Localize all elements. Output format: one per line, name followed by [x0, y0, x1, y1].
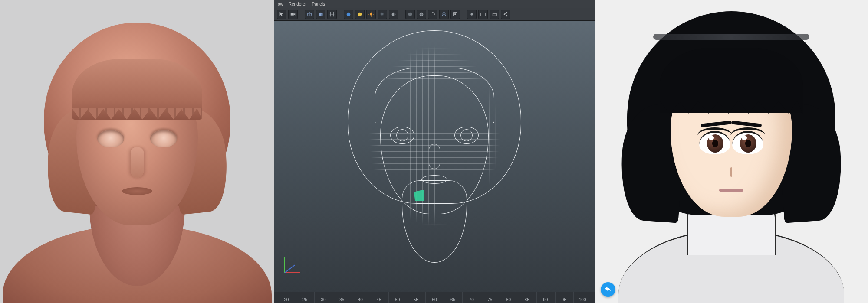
- timeline-tick[interactable]: 85: [518, 292, 536, 303]
- svg-point-11: [443, 13, 445, 15]
- textured-button[interactable]: [405, 10, 415, 19]
- timeline-tick[interactable]: 55: [407, 292, 424, 303]
- svg-point-9: [431, 13, 435, 16]
- svg-rect-0: [291, 13, 294, 15]
- timeline-tick[interactable]: 80: [500, 292, 517, 303]
- cel-uniform-collar: [618, 229, 844, 303]
- use-default-material-button[interactable]: [355, 10, 365, 19]
- cel-eye-left: [699, 131, 730, 154]
- shadows-button[interactable]: [378, 10, 387, 19]
- svg-rect-13: [454, 13, 456, 15]
- clay-eye-right: [150, 130, 177, 147]
- clay-mouth: [122, 187, 152, 195]
- timeline-tick[interactable]: 35: [333, 292, 351, 303]
- timeline-tick[interactable]: 60: [425, 292, 443, 303]
- svg-point-14: [470, 13, 473, 15]
- timeline-tick[interactable]: 65: [444, 292, 462, 303]
- share-view-button[interactable]: [501, 10, 510, 19]
- cel-eyebrow-right: [731, 121, 762, 127]
- time-slider[interactable]: 20 25 30 35 40 45 50 55 60 65 70 75 80 8…: [274, 292, 595, 303]
- clay-eye-left: [97, 130, 124, 147]
- wire-iris-right: [460, 129, 473, 141]
- svg-point-3: [370, 13, 372, 15]
- svg-point-5: [381, 15, 384, 16]
- sphere-small-button[interactable]: [467, 10, 477, 19]
- resolution-gate-button[interactable]: [490, 10, 499, 19]
- timeline-tick[interactable]: 45: [370, 292, 388, 303]
- timeline-tick[interactable]: 75: [481, 292, 499, 303]
- wire-on-shaded-button[interactable]: [417, 10, 426, 19]
- panel-clay-sculpt: [0, 0, 274, 303]
- timeline-tick[interactable]: 20: [278, 292, 295, 303]
- view-axis-gizmo[interactable]: [280, 254, 304, 277]
- timeline-tick[interactable]: 95: [555, 292, 573, 303]
- svg-line-23: [285, 265, 295, 273]
- xray-button[interactable]: [428, 10, 437, 19]
- svg-point-7: [408, 13, 412, 16]
- cel-bangs: [660, 48, 803, 113]
- xray-joints-button[interactable]: [439, 10, 449, 19]
- reply-arrow-icon: [604, 285, 612, 294]
- grid-toggle-button[interactable]: [327, 10, 337, 19]
- clay-stage: [0, 0, 274, 303]
- menu-item[interactable]: ow: [278, 2, 283, 7]
- cel-eye-right: [732, 131, 763, 154]
- perspective-viewport[interactable]: [274, 21, 595, 292]
- wire-iris-left: [396, 129, 408, 141]
- select-tool-button[interactable]: [277, 10, 286, 19]
- cel-hair-highlight: [653, 34, 809, 40]
- smooth-shade-button[interactable]: [344, 10, 353, 19]
- menu-item[interactable]: Renderer: [289, 2, 307, 7]
- svg-rect-17: [493, 13, 496, 15]
- timeline-tick[interactable]: 100: [573, 292, 591, 303]
- lights-button[interactable]: [366, 10, 376, 19]
- clay-bangs: [72, 59, 202, 120]
- timeline-tick[interactable]: 50: [388, 292, 406, 303]
- wire-nose: [429, 144, 440, 169]
- clay-nose: [131, 147, 144, 178]
- viewport-toolbar: [274, 8, 595, 21]
- isolate-select-button[interactable]: [450, 10, 460, 19]
- cel-eyebrow-left: [701, 121, 731, 127]
- clay-head-group: [37, 17, 237, 286]
- wireframe-head-group: [343, 24, 526, 267]
- timeline-tick[interactable]: 40: [352, 292, 369, 303]
- panel-maya-viewport: ow Renderer Panels: [274, 0, 595, 303]
- cel-stage: [595, 0, 868, 303]
- menu-item[interactable]: Panels: [312, 2, 326, 7]
- back-button[interactable]: [601, 282, 615, 297]
- timeline-tick[interactable]: 70: [462, 292, 480, 303]
- svg-point-2: [358, 13, 362, 16]
- timeline-tick[interactable]: 30: [314, 292, 332, 303]
- shaded-cube-button[interactable]: [316, 10, 326, 19]
- camera-button[interactable]: [288, 10, 298, 19]
- high-quality-button[interactable]: [389, 10, 398, 19]
- svg-rect-15: [481, 13, 486, 16]
- timeline-tick[interactable]: 25: [296, 292, 314, 303]
- svg-point-4: [381, 13, 384, 16]
- wireframe-cube-button[interactable]: [305, 10, 314, 19]
- viewport-menubar[interactable]: ow Renderer Panels: [274, 0, 595, 8]
- cel-mouth: [719, 189, 743, 192]
- timeline-tick[interactable]: 90: [536, 292, 554, 303]
- cel-nose: [730, 167, 732, 177]
- film-gate-button[interactable]: [478, 10, 488, 19]
- wire-mouth: [421, 175, 447, 184]
- panel-cel-render: [595, 0, 868, 303]
- svg-point-1: [347, 13, 351, 16]
